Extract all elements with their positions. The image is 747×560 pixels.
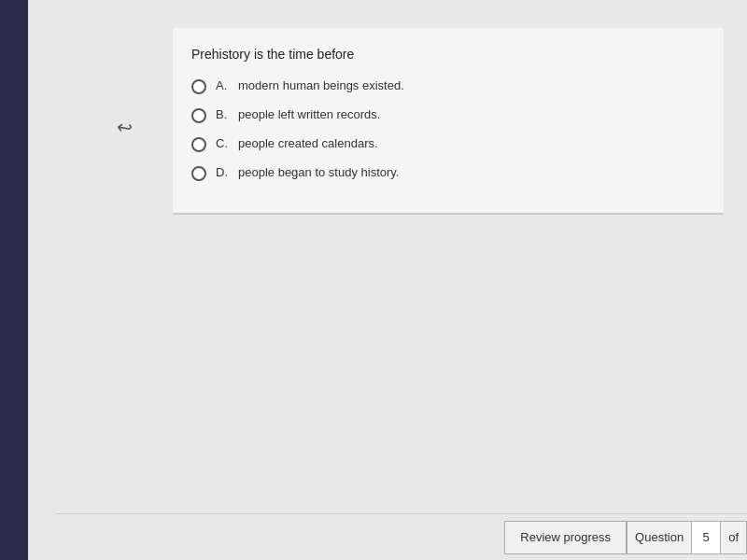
question-navigator: Question of — [627, 521, 747, 554]
option-d[interactable]: D. people began to study history. — [191, 165, 705, 181]
option-d-text: people began to study history. — [238, 165, 400, 179]
question-area: Prehistory is the time before A. modern … — [173, 28, 724, 215]
option-b-label: B. — [216, 107, 233, 121]
question-number-input[interactable] — [691, 522, 721, 553]
option-c-label: C. — [216, 136, 233, 150]
radio-b[interactable] — [191, 108, 206, 123]
option-a[interactable]: A. modern human beings existed. — [191, 78, 705, 94]
radio-c[interactable] — [191, 137, 206, 152]
question-text: Prehistory is the time before — [191, 47, 705, 62]
main-content: Prehistory is the time before A. modern … — [28, 0, 747, 560]
option-c-text: people created calendars. — [238, 136, 378, 150]
radio-a[interactable] — [191, 79, 206, 94]
option-a-text: modern human beings existed. — [238, 78, 404, 92]
annotation-mark: ↩ — [115, 116, 134, 141]
option-a-label: A. — [216, 78, 233, 92]
option-b[interactable]: B. people left written records. — [191, 107, 705, 123]
option-b-text: people left written records. — [238, 107, 380, 121]
option-c[interactable]: C. people created calendars. — [191, 136, 705, 152]
option-d-label: D. — [216, 165, 233, 179]
bottom-bar: Review progress Question of — [56, 513, 747, 560]
left-navigation-bar — [0, 0, 28, 560]
review-progress-button[interactable]: Review progress — [504, 521, 627, 554]
question-nav-label: Question — [627, 530, 691, 544]
of-label: of — [721, 530, 746, 544]
radio-d[interactable] — [191, 166, 206, 181]
